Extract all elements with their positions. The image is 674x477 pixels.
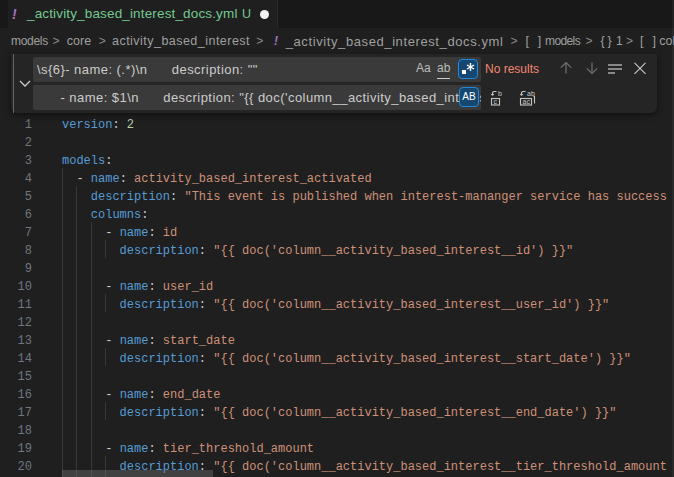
svg-text:ab: ab	[527, 90, 535, 97]
svg-text:c: c	[494, 98, 498, 105]
svg-text:b: b	[498, 90, 502, 97]
svg-text:ac: ac	[523, 98, 531, 105]
